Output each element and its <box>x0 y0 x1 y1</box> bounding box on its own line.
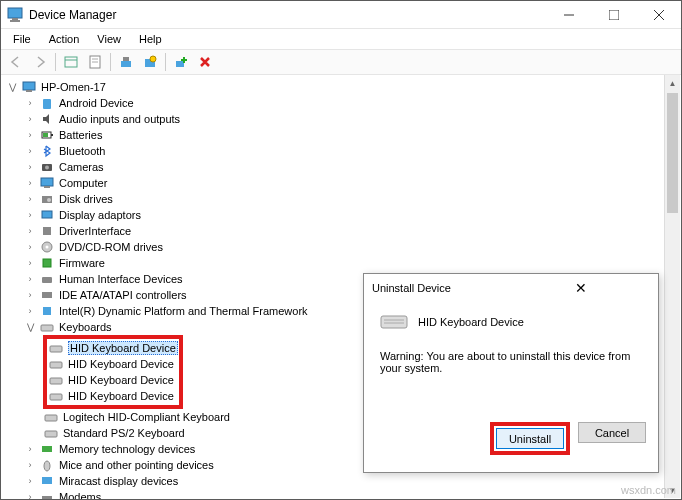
uninstall-button[interactable] <box>194 51 216 73</box>
svg-rect-1 <box>12 18 18 20</box>
minimize-button[interactable] <box>546 1 591 29</box>
window-title: Device Manager <box>29 8 546 22</box>
toolbar <box>1 49 681 75</box>
tree-child[interactable]: HID Keyboard Device <box>48 388 178 404</box>
svg-rect-0 <box>8 8 22 18</box>
dialog-device-name: HID Keyboard Device <box>418 316 524 328</box>
scrollbar[interactable]: ▲ ▼ <box>664 75 680 498</box>
scroll-up-button[interactable]: ▲ <box>665 75 680 91</box>
close-button[interactable] <box>636 1 681 29</box>
menu-action[interactable]: Action <box>41 31 88 47</box>
expand-icon[interactable]: › <box>23 112 37 126</box>
expand-icon[interactable]: › <box>23 208 37 222</box>
update-driver-button[interactable] <box>115 51 137 73</box>
svg-rect-30 <box>43 227 51 235</box>
computer-icon <box>39 175 55 191</box>
uninstall-dialog: Uninstall Device ✕ HID Keyboard Device W… <box>363 273 659 473</box>
display-icon <box>39 207 55 223</box>
tree-child[interactable]: HID Keyboard Device <box>48 340 178 356</box>
scroll-thumb[interactable] <box>667 93 678 213</box>
tree-item[interactable]: ›Bluetooth <box>3 143 679 159</box>
dialog-close-button[interactable]: ✕ <box>511 280 650 296</box>
toolbar-divider <box>110 53 111 71</box>
expand-icon[interactable]: › <box>23 442 37 456</box>
expand-icon[interactable]: › <box>23 160 37 174</box>
expand-icon[interactable]: › <box>23 490 37 499</box>
svg-rect-36 <box>43 307 51 315</box>
menu-help[interactable]: Help <box>131 31 170 47</box>
svg-rect-33 <box>43 259 51 267</box>
properties-button[interactable] <box>84 51 106 73</box>
driver-icon <box>39 223 55 239</box>
tree-child[interactable]: HID Keyboard Device <box>48 372 178 388</box>
svg-rect-47 <box>42 496 52 499</box>
scan-button[interactable] <box>139 51 161 73</box>
expand-icon[interactable]: › <box>23 176 37 190</box>
tree-item[interactable]: ›Disk drives <box>3 191 679 207</box>
forward-button[interactable] <box>29 51 51 73</box>
tree-item[interactable]: ›Batteries <box>3 127 679 143</box>
svg-rect-12 <box>121 61 131 67</box>
maximize-button[interactable] <box>591 1 636 29</box>
dialog-titlebar: Uninstall Device ✕ <box>364 274 658 302</box>
expand-icon[interactable]: › <box>23 256 37 270</box>
collapse-icon[interactable]: ⋁ <box>5 80 19 94</box>
keyboard-icon <box>48 388 64 404</box>
svg-rect-35 <box>42 292 52 298</box>
tree-item[interactable]: ›Android Device <box>3 95 679 111</box>
expand-icon[interactable]: › <box>23 240 37 254</box>
svg-rect-34 <box>42 277 52 283</box>
svg-point-15 <box>150 56 156 62</box>
expand-icon[interactable]: › <box>23 474 37 488</box>
tree-child[interactable]: HID Keyboard Device <box>48 356 178 372</box>
tree-item[interactable]: ›Computer <box>3 175 679 191</box>
expand-icon[interactable]: › <box>23 128 37 142</box>
tree-item[interactable]: ›Miracast display devices <box>3 473 679 489</box>
tree-item[interactable]: ›Audio inputs and outputs <box>3 111 679 127</box>
watermark: wsxdn.com <box>621 484 676 496</box>
keyboard-icon <box>39 319 55 335</box>
expand-icon[interactable]: › <box>23 458 37 472</box>
expand-icon[interactable]: › <box>23 272 37 286</box>
svg-point-28 <box>47 198 51 202</box>
svg-rect-29 <box>42 211 52 218</box>
svg-rect-2 <box>10 20 20 22</box>
svg-rect-46 <box>42 477 52 484</box>
tree-item[interactable]: ›Firmware <box>3 255 679 271</box>
computer-icon <box>21 79 37 95</box>
keyboard-icon <box>48 356 64 372</box>
menu-file[interactable]: File <box>5 31 39 47</box>
svg-rect-25 <box>41 178 53 186</box>
tree-item[interactable]: ›Display adaptors <box>3 207 679 223</box>
expand-icon[interactable]: › <box>23 192 37 206</box>
expand-icon[interactable]: › <box>23 224 37 238</box>
tree-root[interactable]: ⋁ HP-Omen-17 <box>3 79 679 95</box>
expand-icon[interactable]: › <box>23 288 37 302</box>
add-hardware-button[interactable] <box>170 51 192 73</box>
tree-item[interactable]: ›DriverInterface <box>3 223 679 239</box>
miracast-icon <box>39 473 55 489</box>
show-hide-button[interactable] <box>60 51 82 73</box>
uninstall-confirm-button[interactable]: Uninstall <box>496 428 564 449</box>
expand-icon[interactable]: › <box>23 144 37 158</box>
svg-rect-42 <box>45 415 57 421</box>
expand-icon[interactable]: › <box>23 304 37 318</box>
tree-item[interactable]: ›DVD/CD-ROM drives <box>3 239 679 255</box>
intel-icon <box>39 303 55 319</box>
dialog-title: Uninstall Device <box>372 282 511 294</box>
cancel-button[interactable]: Cancel <box>578 422 646 443</box>
bluetooth-icon <box>39 143 55 159</box>
back-button[interactable] <box>5 51 27 73</box>
svg-rect-22 <box>43 133 48 137</box>
firmware-icon <box>39 255 55 271</box>
svg-rect-4 <box>609 10 619 20</box>
expand-icon[interactable]: › <box>23 96 37 110</box>
svg-rect-48 <box>381 316 407 328</box>
collapse-icon[interactable]: ⋁ <box>23 320 37 334</box>
svg-rect-38 <box>50 346 62 352</box>
app-icon <box>7 7 23 23</box>
tree-item[interactable]: ›Modems <box>3 489 679 499</box>
keyboard-icon <box>380 312 408 332</box>
tree-item[interactable]: ›Cameras <box>3 159 679 175</box>
menu-view[interactable]: View <box>89 31 129 47</box>
